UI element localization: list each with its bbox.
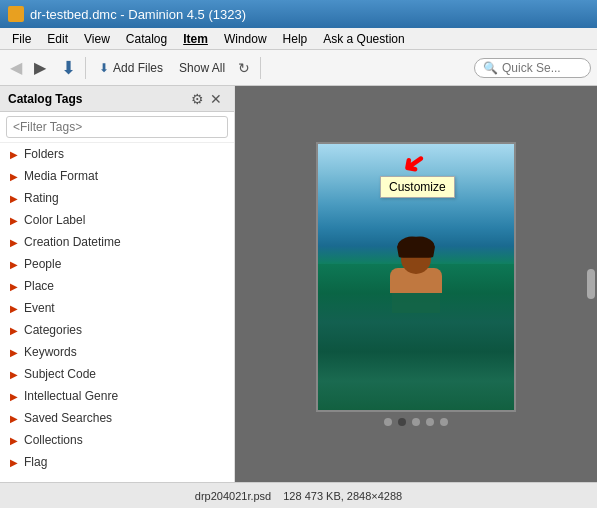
tag-arrow-icon: ▶: [10, 149, 18, 160]
gear-icon: ⚙: [191, 91, 204, 107]
tag-arrow-icon: ▶: [10, 391, 18, 402]
tag-label-event: Event: [24, 301, 55, 315]
scroll-indicator[interactable]: [587, 269, 595, 299]
tag-arrow-icon: ▶: [10, 281, 18, 292]
tag-label-categories: Categories: [24, 323, 82, 337]
menu-file[interactable]: File: [4, 30, 39, 48]
tag-arrow-icon: ▶: [10, 435, 18, 446]
menu-item[interactable]: Item: [175, 30, 216, 48]
catalog-tags-panel: Catalog Tags ⚙ ✕ ▶ Folders ▶ Media Forma…: [0, 86, 235, 482]
quick-search-box[interactable]: 🔍: [474, 58, 591, 78]
refresh-button[interactable]: ↻: [235, 57, 253, 79]
tag-item-keywords[interactable]: ▶ Keywords: [0, 341, 234, 363]
add-files-icon: ⬇: [99, 61, 109, 75]
tag-arrow-icon: ▶: [10, 413, 18, 424]
tag-label-place: Place: [24, 279, 54, 293]
sidebar-gear-button[interactable]: ⚙: [189, 89, 206, 109]
main-content: Catalog Tags ⚙ ✕ ▶ Folders ▶ Media Forma…: [0, 86, 597, 482]
menu-bar: File Edit View Catalog Item Window Help …: [0, 28, 597, 50]
menu-catalog[interactable]: Catalog: [118, 30, 175, 48]
toolbar: ◀ ▶ ⬇ ⬇ Add Files Show All ↻ 🔍: [0, 50, 597, 86]
filter-tags-input[interactable]: [6, 116, 228, 138]
menu-view[interactable]: View: [76, 30, 118, 48]
tag-label-creation-datetime: Creation Datetime: [24, 235, 121, 249]
tag-item-flag[interactable]: ▶ Flag: [0, 451, 234, 473]
sidebar-close-button[interactable]: ✕: [206, 89, 226, 109]
tag-label-color-label: Color Label: [24, 213, 85, 227]
dot-1[interactable]: [384, 418, 392, 426]
tag-item-folders[interactable]: ▶ Folders: [0, 143, 234, 165]
surfer-body-water: [392, 293, 440, 313]
dot-2[interactable]: [398, 418, 406, 426]
tag-label-keywords: Keywords: [24, 345, 77, 359]
tag-arrow-icon: ▶: [10, 215, 18, 226]
tag-item-event[interactable]: ▶ Event: [0, 297, 234, 319]
quick-search-input[interactable]: [502, 61, 582, 75]
surfer-head: [401, 244, 431, 274]
status-bar: drp204021r.psd 128 473 KB, 2848×4288: [0, 482, 597, 508]
toolbar-separator-1: [85, 57, 86, 79]
tag-label-folders: Folders: [24, 147, 64, 161]
dot-3[interactable]: [412, 418, 420, 426]
add-files-button[interactable]: ⬇ Add Files: [93, 58, 169, 78]
menu-help[interactable]: Help: [275, 30, 316, 48]
menu-edit[interactable]: Edit: [39, 30, 76, 48]
tag-arrow-icon: ▶: [10, 171, 18, 182]
tag-arrow-icon: ▶: [10, 193, 18, 204]
tag-item-categories[interactable]: ▶ Categories: [0, 319, 234, 341]
forward-button[interactable]: ▶: [30, 58, 50, 78]
tag-label-flag: Flag: [24, 455, 47, 469]
tag-arrow-icon: ▶: [10, 347, 18, 358]
tag-item-intellectual-genre[interactable]: ▶ Intellectual Genre: [0, 385, 234, 407]
tag-label-media-format: Media Format: [24, 169, 98, 183]
tag-item-collections[interactable]: ▶ Collections: [0, 429, 234, 451]
tag-item-creation-datetime[interactable]: ▶ Creation Datetime: [0, 231, 234, 253]
dot-4[interactable]: [426, 418, 434, 426]
image-dots-nav: [384, 418, 448, 426]
show-all-button[interactable]: Show All: [173, 58, 231, 78]
sidebar-title: Catalog Tags: [8, 92, 189, 106]
close-icon: ✕: [210, 91, 222, 107]
tag-label-subject-code: Subject Code: [24, 367, 96, 381]
tag-item-media-format[interactable]: ▶ Media Format: [0, 165, 234, 187]
water-area: [318, 264, 514, 410]
surfer-figure: [390, 244, 442, 313]
toolbar-separator-2: [260, 57, 261, 79]
sidebar-filter-container: [0, 112, 234, 143]
status-filename: drp204021r.psd: [195, 490, 271, 502]
window-title: dr-testbed.dmc - Daminion 4.5 (1323): [30, 7, 246, 22]
dot-5[interactable]: [440, 418, 448, 426]
tag-arrow-icon: ▶: [10, 237, 18, 248]
tag-list: ▶ Folders ▶ Media Format ▶ Rating ▶ Colo…: [0, 143, 234, 482]
image-viewer-panel: Customize ➜: [235, 86, 597, 482]
tag-item-subject-code[interactable]: ▶ Subject Code: [0, 363, 234, 385]
tag-arrow-icon: ▶: [10, 325, 18, 336]
tag-item-people[interactable]: ▶ People: [0, 253, 234, 275]
menu-window[interactable]: Window: [216, 30, 275, 48]
show-all-label: Show All: [179, 61, 225, 75]
customize-tooltip: Customize: [380, 176, 455, 198]
tag-item-color-label[interactable]: ▶ Color Label: [0, 209, 234, 231]
tag-arrow-icon: ▶: [10, 303, 18, 314]
tag-arrow-icon: ▶: [10, 369, 18, 380]
app-icon: [8, 6, 24, 22]
tag-arrow-icon: ▶: [10, 457, 18, 468]
status-info: 128 473 KB, 2848×4288: [283, 490, 402, 502]
surfer-hair: [397, 236, 435, 258]
sidebar-header: Catalog Tags ⚙ ✕: [0, 86, 234, 112]
tag-label-saved-searches: Saved Searches: [24, 411, 112, 425]
tag-label-rating: Rating: [24, 191, 59, 205]
customize-tooltip-text: Customize: [389, 180, 446, 194]
back-button[interactable]: ◀: [6, 58, 26, 78]
tag-item-rating[interactable]: ▶ Rating: [0, 187, 234, 209]
search-icon: 🔍: [483, 61, 498, 75]
tag-label-people: People: [24, 257, 61, 271]
tag-label-intellectual-genre: Intellectual Genre: [24, 389, 118, 403]
menu-ask[interactable]: Ask a Question: [315, 30, 412, 48]
tag-item-place[interactable]: ▶ Place: [0, 275, 234, 297]
title-bar: dr-testbed.dmc - Daminion 4.5 (1323): [0, 0, 597, 28]
download-button[interactable]: ⬇: [58, 58, 78, 78]
tag-arrow-icon: ▶: [10, 259, 18, 270]
tag-label-collections: Collections: [24, 433, 83, 447]
tag-item-saved-searches[interactable]: ▶ Saved Searches: [0, 407, 234, 429]
